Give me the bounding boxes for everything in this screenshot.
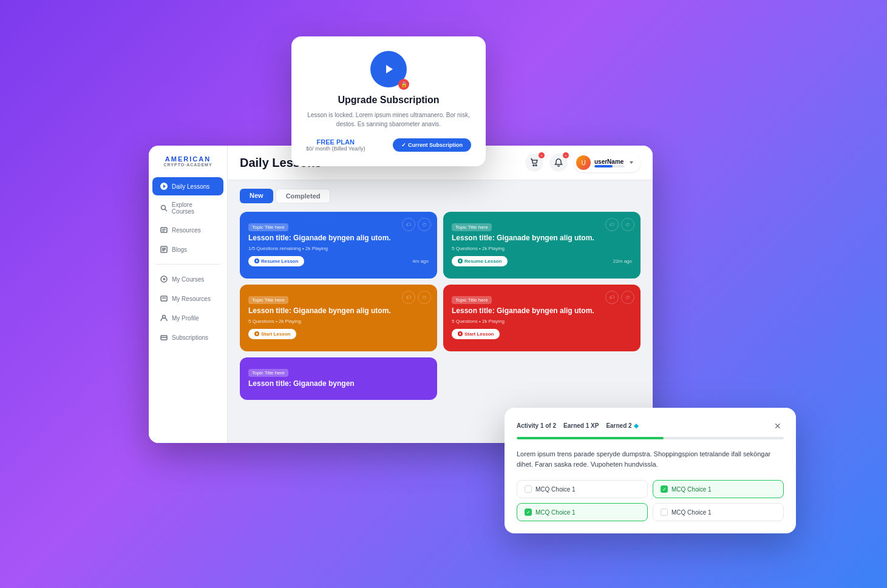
topic-badge-1: Topic Title here: [248, 223, 288, 231]
card-icons-2: 🏷 ⏱: [605, 218, 634, 231]
close-activity-button[interactable]: ✕: [772, 420, 784, 432]
svg-point-3: [161, 206, 165, 210]
lesson-card-1: 🏷 ⏱ Topic Title here Lesson title: Gigan…: [240, 212, 437, 279]
tabs: New Completed: [240, 189, 641, 203]
lesson-title-5: Lesson title: Giganade byngen: [248, 379, 429, 389]
notification-badge: +: [563, 152, 569, 158]
time-ago-2: 22m ago: [613, 259, 632, 264]
sidebar-item-subscriptions[interactable]: Subscriptions: [152, 328, 223, 346]
tab-new[interactable]: New: [240, 189, 273, 203]
tab-completed[interactable]: Completed: [276, 189, 331, 203]
mcq-grid: MCQ Choice 1 ✓ MCQ Choice 1 ✓ MCQ Choice…: [517, 480, 784, 521]
card-icon-clock-2: ⏱: [621, 218, 634, 231]
notifications-button[interactable]: +: [549, 154, 568, 172]
blogs-icon: [160, 245, 168, 254]
svg-marker-21: [630, 161, 633, 164]
play-icon-4: [458, 331, 463, 336]
play-icon-3: [254, 331, 259, 336]
time-ago-1: 4m ago: [412, 259, 429, 264]
my-resources-label: My Resources: [172, 296, 211, 302]
lesson-footer-3: Start Lesson: [248, 329, 429, 339]
lesson-meta-2: 5 Questions • 2k Playing: [452, 246, 632, 251]
cart-icon: [530, 158, 539, 167]
cart-button[interactable]: +: [525, 154, 543, 172]
mcq-option-4[interactable]: MCQ Choice 1: [653, 503, 784, 521]
app-window: AMERICAN CRYPTO·ACADEMY Daily Lessons Ex…: [149, 146, 653, 443]
svg-marker-13: [163, 278, 166, 281]
sidebar-item-blogs[interactable]: Blogs: [152, 240, 223, 259]
lessons-grid: 🏷 ⏱ Topic Title here Lesson title: Gigan…: [240, 212, 641, 400]
user-section[interactable]: U userName: [574, 153, 641, 172]
diamond-badge: Earned 2 ◆: [606, 422, 638, 429]
svg-rect-14: [161, 296, 167, 301]
card-icon-clock-3: ⏱: [418, 291, 431, 304]
my-resources-icon: [160, 294, 168, 303]
lesson-card-5: Topic Title here Lesson title: Giganade …: [240, 357, 437, 400]
explore-courses-label: Explore Courses: [172, 201, 216, 215]
svg-rect-5: [161, 228, 167, 232]
activity-text: Lorem ipsum trens parade speryde dumpstr…: [517, 449, 784, 470]
activity-label: Activity 1 of 2: [517, 422, 556, 429]
content-area: New Completed 🏷 ⏱ Topic Title here Lesso…: [228, 180, 653, 443]
svg-point-20: [535, 165, 537, 166]
svg-marker-0: [386, 65, 393, 73]
sidebar-item-my-courses[interactable]: My Courses: [152, 270, 223, 288]
mcq-checkbox-3: ✓: [525, 509, 532, 516]
lesson-footer-1: Resume Lesson 4m ago: [248, 256, 429, 266]
lesson-footer-4: Start Lesson: [452, 329, 632, 339]
sidebar-item-my-resources[interactable]: My Resources: [152, 289, 223, 308]
explore-courses-icon: [160, 204, 168, 212]
lesson-card-3: 🏷 ⏱ Topic Title here Lesson title: Gigan…: [240, 285, 437, 351]
topic-badge-4: Topic Title here: [452, 296, 492, 304]
topic-badge-2: Topic Title here: [452, 223, 492, 231]
xp-fill: [594, 165, 613, 167]
lesson-meta-4: 5 Questions • 2k Playing: [452, 319, 632, 324]
current-subscription-button[interactable]: ✓ Current Subscription: [393, 138, 471, 152]
bell-icon: [554, 158, 563, 167]
mcq-option-1[interactable]: MCQ Choice 1: [517, 480, 648, 498]
start-button-3[interactable]: Start Lesson: [248, 329, 296, 339]
upgrade-title: Upgrade Subscription: [306, 95, 471, 106]
avatar: U: [576, 155, 591, 170]
my-profile-label: My Profile: [172, 315, 199, 322]
mcq-label-4: MCQ Choice 1: [671, 509, 712, 516]
sidebar-item-my-profile[interactable]: My Profile: [152, 309, 223, 327]
mcq-option-2[interactable]: ✓ MCQ Choice 1: [653, 480, 784, 498]
main-content: Daily Lessons + + U userName: [228, 146, 653, 443]
daily-lessons-label: Daily Lessons: [172, 183, 209, 190]
xp-bar: [594, 165, 625, 167]
resume-button-1[interactable]: Resume Lesson: [248, 256, 304, 266]
mcq-checkbox-4: [661, 509, 668, 516]
card-icons-4: 🏷 ⏱: [605, 291, 634, 304]
card-icon-tag-3: 🏷: [402, 291, 415, 304]
upgrade-desc: Lesson is locked. Lorem ipsum mines ultr…: [306, 110, 471, 129]
sidebar: AMERICAN CRYPTO·ACADEMY Daily Lessons Ex…: [149, 146, 228, 443]
topic-badge-5: Topic Title here: [248, 369, 288, 377]
sidebar-item-daily-lessons[interactable]: Daily Lessons: [152, 177, 223, 195]
card-icon-clock: ⏱: [418, 218, 431, 231]
lesson-meta-1: 1/5 Questions remaining • 2k Playing: [248, 246, 429, 251]
diamond-icon: ◆: [634, 422, 639, 429]
activity-header: Activity 1 of 2 Earned 1 XP Earned 2 ◆ ✕: [517, 420, 784, 432]
upgrade-popup: Upgrade Subscription Lesson is locked. L…: [291, 36, 486, 166]
card-icon-tag-4: 🏷: [605, 291, 619, 304]
mcq-option-3[interactable]: ✓ MCQ Choice 1: [517, 503, 648, 521]
xp-label: Earned 1 XP: [563, 422, 599, 429]
sidebar-divider: [156, 264, 220, 265]
lesson-title-2: Lesson title: Giganade byngen alig utom.: [452, 234, 632, 243]
header-actions: + + U userName: [525, 153, 641, 172]
start-button-4[interactable]: Start Lesson: [452, 329, 500, 339]
card-icons-1: 🏷 ⏱: [402, 218, 431, 231]
svg-point-19: [533, 165, 534, 166]
mcq-label-2: MCQ Choice 1: [671, 486, 712, 493]
activity-popup: Activity 1 of 2 Earned 1 XP Earned 2 ◆ ✕…: [505, 408, 796, 533]
activity-meta: Activity 1 of 2 Earned 1 XP Earned 2 ◆: [517, 422, 639, 429]
subscriptions-label: Subscriptions: [172, 334, 208, 341]
mcq-label-3: MCQ Choice 1: [535, 509, 576, 516]
upgrade-play-icon: [370, 51, 407, 87]
resume-button-2[interactable]: Resume Lesson: [452, 256, 508, 266]
sidebar-item-explore-courses[interactable]: Explore Courses: [152, 197, 223, 220]
sidebar-item-resources[interactable]: Resources: [152, 221, 223, 239]
lesson-card-4: 🏷 ⏱ Topic Title here Lesson title: Gigan…: [443, 285, 641, 351]
lesson-title-1: Lesson title: Giganade byngen alig utom.: [248, 234, 429, 243]
